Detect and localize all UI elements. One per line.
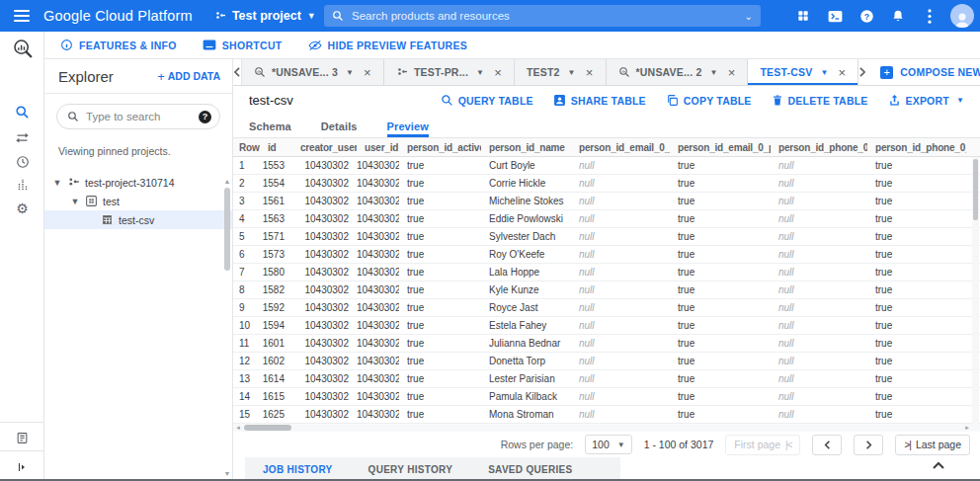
- avatar[interactable]: [950, 4, 974, 28]
- chevron-down-icon[interactable]: ▼: [476, 68, 484, 77]
- tree-node-table-selected[interactable]: test-csv: [44, 210, 232, 229]
- copy-table-label: COPY TABLE: [684, 95, 752, 107]
- query-magnifier-icon: [618, 66, 630, 78]
- close-icon[interactable]: ×: [494, 65, 502, 80]
- cell-phone-primary: true: [867, 302, 966, 313]
- rail-settings-gear-icon[interactable]: ⚙: [0, 196, 44, 221]
- copy-table-button[interactable]: COPY TABLE: [666, 94, 752, 107]
- tab-query-history[interactable]: QUERY HISTORY: [351, 457, 471, 481]
- query-tab[interactable]: TEST-CSV ▼ ×: [748, 59, 858, 85]
- cell-creator-user-id: 10430302: [292, 231, 357, 242]
- search-options-chevron-icon[interactable]: ⌄: [745, 11, 753, 22]
- explorer-search-input[interactable]: Type to search ?: [56, 104, 220, 129]
- delete-table-button[interactable]: DELETE TABLE: [772, 94, 868, 107]
- close-icon[interactable]: ×: [586, 65, 594, 80]
- tab-preview[interactable]: Preview: [387, 120, 429, 137]
- collapse-panel-chevron-icon[interactable]: [933, 461, 944, 469]
- query-tab[interactable]: *UNSAVE... 2 ▼ ×: [607, 59, 749, 85]
- cell-id: 1592: [260, 302, 292, 313]
- cell-creator-user-id: 10430302: [292, 373, 357, 384]
- grid-horizontal-scrollbar[interactable]: ◂ ▸: [233, 424, 980, 432]
- cell-creator-user-id: 10430302: [292, 356, 357, 366]
- share-icon: [553, 94, 566, 107]
- cell-email-value: null: [571, 231, 670, 242]
- apps-grid-icon[interactable]: [792, 5, 814, 27]
- query-tab[interactable]: TEST2 ▼ ×: [515, 59, 607, 85]
- caret-down-icon[interactable]: ▼: [70, 197, 80, 206]
- tab-job-history[interactable]: JOB HISTORY: [245, 457, 351, 481]
- scrollbar-thumb[interactable]: [244, 425, 291, 431]
- cell-name: Curt Boyle: [481, 160, 571, 171]
- cell-phone-primary: true: [867, 320, 966, 331]
- caret-down-icon[interactable]: ▼: [52, 178, 62, 188]
- close-icon[interactable]: ×: [728, 65, 736, 80]
- scroll-up-icon[interactable]: ▲: [223, 178, 231, 185]
- global-search-input[interactable]: Search products and resources ⌄: [324, 5, 761, 27]
- share-table-button[interactable]: SHARE TABLE: [553, 94, 646, 107]
- scroll-right-icon[interactable]: ▸: [962, 424, 972, 432]
- gcp-logo[interactable]: Google Cloud Platform: [43, 8, 193, 24]
- scroll-down-icon[interactable]: ▼: [223, 470, 231, 477]
- tab-saved-queries[interactable]: SAVED QUERIES: [470, 457, 590, 481]
- cell-email-primary: true: [670, 178, 771, 189]
- export-button[interactable]: EXPORT ▼: [888, 94, 965, 107]
- help-icon[interactable]: ?: [856, 5, 877, 27]
- close-icon[interactable]: ×: [364, 65, 371, 80]
- hide-preview-features-button[interactable]: HIDE PREVIEW FEATURES: [308, 40, 467, 51]
- tree-node-project[interactable]: ▼ test-project-310714: [44, 173, 232, 192]
- tab-details[interactable]: Details: [321, 120, 358, 137]
- cell-phone-value: null: [771, 320, 867, 331]
- grid-vertical-scrollbar[interactable]: [972, 157, 979, 424]
- query-tab[interactable]: TEST-PR... ▼ ×: [384, 59, 515, 85]
- rail-monitoring-icon[interactable]: [0, 172, 44, 198]
- features-info-button[interactable]: FEATURES & INFO: [60, 39, 177, 51]
- table-row: 4 1563 10430302 10430302 true Eddie Powl…: [233, 210, 980, 228]
- rail-search-icon[interactable]: [0, 99, 44, 124]
- cell-email-value: null: [571, 338, 670, 349]
- first-page-button[interactable]: First page |<: [725, 435, 800, 455]
- rail-transfers-icon[interactable]: [0, 124, 44, 150]
- explorer-scrollbar[interactable]: ▲ ▼: [223, 178, 231, 477]
- scroll-left-icon[interactable]: ◂: [233, 424, 243, 432]
- chevron-down-icon[interactable]: ▼: [346, 68, 354, 77]
- next-page-button[interactable]: [854, 435, 883, 455]
- project-selector[interactable]: Test project ▼: [214, 9, 316, 23]
- chevron-down-icon[interactable]: ▼: [820, 68, 828, 77]
- search-help-icon[interactable]: ?: [199, 111, 211, 123]
- chevron-down-icon[interactable]: ▼: [568, 68, 576, 77]
- cell-id: 1614: [260, 373, 292, 384]
- expand-panel-icon[interactable]: [0, 454, 44, 480]
- close-icon[interactable]: ×: [839, 65, 847, 80]
- scrollbar-thumb[interactable]: [224, 188, 230, 271]
- cell-active-flag: true: [399, 391, 481, 402]
- cell-phone-value: null: [771, 249, 867, 260]
- project-icon: [214, 10, 226, 22]
- more-vert-icon[interactable]: [919, 5, 940, 27]
- query-tab[interactable]: *UNSAVE... 3 ▼ ×: [242, 59, 384, 85]
- scrollbar-thumb[interactable]: [973, 159, 978, 220]
- rows-per-page-select[interactable]: 100 ▼: [585, 435, 631, 454]
- shortcut-button[interactable]: SHORTCUT: [203, 40, 283, 51]
- last-page-button[interactable]: >| Last page: [895, 435, 970, 455]
- rail-notes-icon[interactable]: [0, 425, 44, 450]
- cell-email-primary: true: [670, 284, 771, 295]
- cell-creator-user-id: 10430302: [292, 284, 357, 295]
- menu-button[interactable]: [0, 0, 43, 32]
- cell-email-primary: true: [670, 356, 771, 366]
- previous-page-button[interactable]: [812, 435, 842, 455]
- compose-new-query-button[interactable]: + COMPOSE NEW QUERY: [866, 59, 980, 85]
- query-table-button[interactable]: QUERY TABLE: [441, 94, 533, 107]
- bigquery-logo-icon[interactable]: [0, 36, 44, 61]
- chevron-left-icon: [824, 441, 831, 449]
- tree-node-dataset[interactable]: ▼ test: [44, 192, 232, 210]
- cloud-shell-icon[interactable]: [824, 5, 846, 27]
- add-data-button[interactable]: + ADD DATA: [157, 69, 220, 84]
- notifications-bell-icon[interactable]: [887, 5, 909, 27]
- cell-name: Estela Fahey: [481, 320, 571, 331]
- table-row: 3 1561 10430302 10430302 true Micheline …: [233, 193, 980, 210]
- cell-row-number: 7: [233, 267, 260, 278]
- tab-schema[interactable]: Schema: [249, 120, 291, 137]
- tabs-scroll-right-button[interactable]: [858, 59, 866, 85]
- chevron-down-icon[interactable]: ▼: [710, 68, 718, 77]
- tabs-scroll-left-button[interactable]: [233, 59, 242, 85]
